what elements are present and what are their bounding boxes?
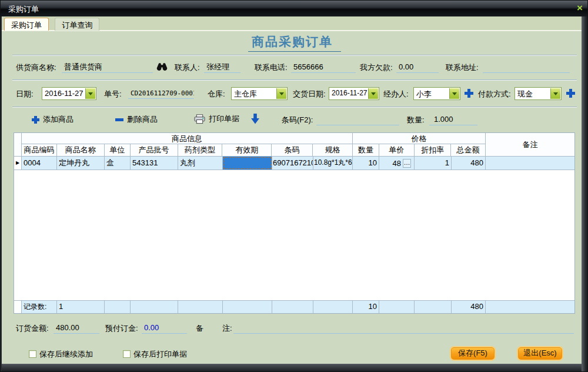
title-bar[interactable]: 采购订单 × (1, 1, 588, 16)
handler-value: 小李 (416, 89, 432, 99)
cell-unit[interactable]: 盒 (105, 157, 131, 170)
footer-empty-cell (313, 301, 353, 313)
footer-qty-total: 10 (353, 301, 379, 313)
delete-product-label: 删除商品 (127, 114, 158, 125)
debt-field[interactable]: 0.00 (396, 62, 439, 73)
date-label: 日期: (16, 89, 34, 99)
footer-indicator-cell (14, 301, 22, 313)
col-header-expiry: 有效期 (222, 144, 272, 156)
header-indicator-cell (14, 133, 22, 157)
group-header-product-info: 商品信息 (22, 133, 352, 144)
col-header-code: 商品编码 (22, 144, 57, 156)
supplier-name-field[interactable]: 普通供货商 (62, 62, 153, 73)
print-receipt-label: 打印单据 (209, 114, 239, 124)
contact-field[interactable]: 张经理 (204, 62, 240, 73)
separator (12, 79, 577, 81)
checkbox-continue-adding[interactable] (29, 350, 36, 358)
cell-batch[interactable]: 543131 (131, 157, 178, 170)
address-label: 联系地址: (446, 62, 479, 73)
add-product-label: 添加商品 (43, 114, 74, 125)
cell-discount[interactable]: 1 (415, 157, 452, 170)
cell-name[interactable]: 定坤丹丸 (57, 157, 105, 170)
page-title: 商品采购订单 (248, 34, 341, 52)
minus-icon (115, 118, 123, 121)
footer-empty-cell (272, 301, 313, 313)
handler-combobox[interactable]: 小李 (413, 87, 460, 100)
contact-label: 联系人: (175, 62, 200, 73)
footer-empty-cell (105, 301, 131, 313)
cell-total[interactable]: 480 (452, 157, 486, 170)
checkbox-print-after-save-label: 保存后打印单据 (133, 349, 187, 360)
remark-field[interactable] (233, 323, 574, 334)
cell-qty[interactable]: 10 (353, 157, 379, 170)
add-handler-plus-icon[interactable] (465, 89, 473, 98)
col-header-discount: 折扣率 (415, 144, 452, 156)
exit-button[interactable]: 退出(Esc) (517, 346, 563, 361)
delete-product-button[interactable]: 删除商品 (115, 114, 158, 125)
delivery-date-combobox[interactable]: 2016-11-27 (329, 87, 379, 100)
cell-code[interactable]: 0004 (22, 157, 57, 170)
quantity-input[interactable]: 1.000 (429, 114, 477, 125)
barcode-input[interactable] (316, 114, 399, 125)
order-no-label: 单号: (104, 89, 122, 99)
add-payment-plus-icon[interactable] (566, 89, 575, 98)
checkbox-print-after-save[interactable] (123, 350, 131, 358)
save-button[interactable]: 保存(F5) (450, 346, 496, 361)
table-header: 商品信息 商品编码 商品名称 单位 产品批号 药剂类型 有效期 条码 规格 价格… (14, 133, 574, 157)
phone-field[interactable]: 5656666 (291, 62, 356, 73)
tab-strip: 采购订单 订单查询 (1, 16, 588, 31)
checkbox-continue-adding-label: 保存后继续添加 (39, 349, 93, 360)
table-empty-area (14, 170, 574, 300)
prepaid-label: 预付订金: (105, 323, 138, 334)
col-header-name: 商品名称 (57, 144, 105, 156)
print-receipt-button[interactable]: 打印单据 (194, 113, 239, 125)
binoculars-search-icon[interactable] (156, 62, 168, 71)
col-header-unit: 单位 (105, 144, 131, 156)
col-header-spec: 规格 (313, 144, 352, 156)
cell-remark[interactable] (486, 157, 574, 170)
delivery-date-label: 交货日期: (293, 89, 326, 99)
footer-empty-cell (178, 301, 223, 313)
chevron-down-icon (449, 88, 459, 99)
order-items-table: 商品信息 商品编码 商品名称 单位 产品批号 药剂类型 有效期 条码 规格 价格… (14, 132, 575, 314)
table-footer-row: 记录数: 1 10 480 (14, 300, 574, 313)
cell-barcode[interactable]: 690716721086 (272, 157, 313, 170)
warehouse-value: 主仓库 (234, 89, 257, 99)
chevron-down-icon (550, 88, 560, 99)
cell-type[interactable]: 丸剂 (178, 157, 223, 170)
date-value: 2016-11-27 (45, 89, 83, 98)
date-combobox[interactable]: 2016-11-27 (42, 87, 96, 100)
col-header-total: 总金额 (451, 144, 485, 156)
payment-label: 付款方式: (478, 89, 511, 99)
col-header-remark: 备注 (486, 133, 574, 157)
form-title-wrap: 商品采购订单 (1, 34, 588, 52)
warehouse-label: 仓库: (208, 89, 225, 99)
separator (12, 107, 577, 108)
order-amount-label: 订货金额: (16, 323, 49, 334)
order-no-field[interactable]: CD2016112709-0001 (128, 88, 194, 99)
cell-expiry-selected[interactable] (223, 157, 272, 170)
down-arrow-icon (251, 114, 259, 124)
quantity-label: 数量: (407, 115, 425, 125)
cell-spec[interactable]: 10.8g*1丸*6 (313, 157, 353, 170)
payment-combobox[interactable]: 现金 (514, 87, 562, 100)
footer-empty-cell (379, 301, 415, 313)
plus-icon (32, 116, 39, 124)
footer-records-label: 记录数: (22, 301, 57, 313)
window-title: 采购订单 (8, 4, 39, 15)
window-frame-bottom (1, 364, 588, 372)
prepaid-field[interactable]: 0.00 (142, 323, 187, 334)
warehouse-combobox[interactable]: 主仓库 (231, 87, 288, 100)
move-down-arrow-button[interactable] (251, 113, 259, 125)
footer-amount-total: 480 (452, 301, 486, 313)
price-lookup-ellipsis-button[interactable]: … (403, 159, 411, 168)
cell-price[interactable]: 48 … (379, 157, 415, 170)
close-icon[interactable]: × (577, 2, 583, 14)
add-product-button[interactable]: 添加商品 (32, 114, 74, 125)
delivery-date-value: 2016-11-27 (332, 89, 368, 97)
supplier-name-label: 供货商名称: (16, 62, 56, 73)
address-field[interactable] (483, 62, 570, 73)
footer-empty-cell (223, 301, 272, 313)
col-header-type: 药剂类型 (178, 144, 223, 156)
order-amount-field[interactable]: 480.00 (54, 323, 99, 334)
